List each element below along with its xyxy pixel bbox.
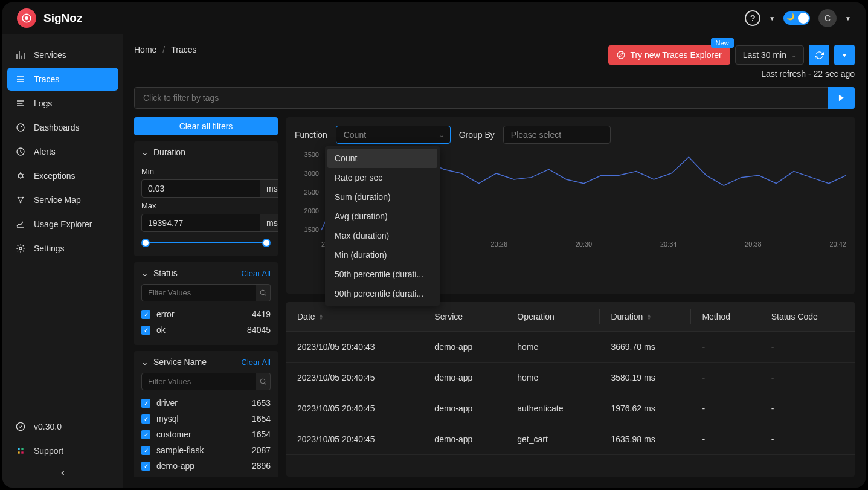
chevron-down-icon[interactable]: ▼ <box>769 15 775 22</box>
version-label: v0.30.0 <box>34 422 62 431</box>
section-header-status[interactable]: ⌄ Status Clear All <box>134 262 278 284</box>
search-icon[interactable] <box>256 284 271 301</box>
support-label: Support <box>34 446 63 456</box>
checkbox-icon[interactable]: ✓ <box>141 414 150 424</box>
sidebar-item-usage-explorer[interactable]: Usage Explorer <box>7 213 118 236</box>
table-row[interactable]: 2023/10/05 20:40:45demo-appget_cart1635.… <box>286 424 855 455</box>
table-cell: get_cart <box>506 424 600 455</box>
table-header-status-code[interactable]: Status Code <box>760 302 855 332</box>
function-select[interactable]: Count ⌄ <box>336 126 451 144</box>
sidebar-item-exceptions[interactable]: Exceptions <box>7 164 118 187</box>
sidebar-item-logs[interactable]: Logs <box>7 92 118 115</box>
refresh-options-button[interactable]: ▼ <box>834 45 855 65</box>
groupby-select[interactable]: Please select <box>503 126 611 144</box>
svg-point-8 <box>19 247 22 250</box>
filter-value-row[interactable]: ✓customer1654 <box>141 427 271 442</box>
section-header-service[interactable]: ⌄ Service Name Clear All <box>134 351 278 373</box>
dropdown-item[interactable]: Max (duration) <box>327 226 437 245</box>
filter-value-row[interactable]: ✓error4419 <box>141 306 271 322</box>
slack-icon <box>16 446 25 456</box>
sidebar-version[interactable]: v0.30.0 <box>7 415 118 438</box>
dropdown-item[interactable]: Avg (duration) <box>327 207 437 226</box>
clear-service-link[interactable]: Clear All <box>242 358 271 367</box>
chart-line-icon <box>16 219 25 229</box>
search-icon[interactable] <box>256 373 271 390</box>
duration-min-input[interactable] <box>141 179 260 198</box>
table-header-operation[interactable]: Operation <box>506 302 600 332</box>
checkbox-icon[interactable]: ✓ <box>141 462 150 471</box>
table-cell: - <box>691 332 760 363</box>
checkbox-icon[interactable]: ✓ <box>141 326 150 335</box>
checkbox-icon[interactable]: ✓ <box>141 399 150 408</box>
try-new-explorer-button[interactable]: Try new Traces Explorer New <box>608 45 730 65</box>
checkbox-icon[interactable]: ✓ <box>141 430 150 439</box>
breadcrumb-home[interactable]: Home <box>134 45 156 54</box>
table-row[interactable]: 2023/10/05 20:40:45demo-apphome3580.19 m… <box>286 363 855 393</box>
chevron-left-icon <box>59 469 66 477</box>
brand-name: SigNoz <box>43 11 82 25</box>
status-filter-search[interactable] <box>141 284 256 301</box>
lines-icon <box>16 98 25 108</box>
x-tick: 20:26 <box>490 240 507 248</box>
unit-label: ms <box>260 179 278 198</box>
svg-rect-10 <box>18 448 19 450</box>
dropdown-item[interactable]: Sum (duration) <box>327 187 437 207</box>
collapse-sidebar-button[interactable] <box>7 463 118 483</box>
tag-filter-input[interactable] <box>134 87 828 109</box>
groupby-placeholder: Please select <box>511 130 561 140</box>
filter-value-count: 84045 <box>247 325 271 335</box>
table-header-service[interactable]: Service <box>423 302 506 332</box>
table-cell: 1976.62 ms <box>600 393 691 424</box>
avatar[interactable]: C <box>818 9 837 27</box>
svg-point-15 <box>260 290 265 295</box>
checkbox-icon[interactable]: ✓ <box>141 446 150 455</box>
refresh-icon <box>815 51 824 60</box>
table-header-duration[interactable]: Duration▲▼ <box>600 302 691 332</box>
table-cell: home <box>506 332 600 363</box>
sidebar-item-label: Logs <box>34 98 52 108</box>
gauge-icon <box>16 123 25 132</box>
table-row[interactable]: 2023/10/05 20:40:43demo-apphome3669.70 m… <box>286 332 855 363</box>
checkbox-icon[interactable]: ✓ <box>141 310 150 319</box>
sidebar-item-service-map[interactable]: Service Map <box>7 189 118 211</box>
section-header-duration[interactable]: ⌄ Duration <box>134 141 278 163</box>
run-query-button[interactable] <box>828 87 855 109</box>
filter-value-row[interactable]: ✓sample-flask2087 <box>141 442 271 458</box>
filter-value-row[interactable]: ✓demo-app2896 <box>141 458 271 474</box>
slider-handle-min[interactable] <box>141 239 150 247</box>
sidebar-item-services[interactable]: Services <box>7 44 118 66</box>
time-range-selector[interactable]: Last 30 min ⌄ <box>735 45 804 65</box>
sidebar-item-label: Settings <box>34 243 65 253</box>
filter-value-row[interactable]: ✓driver1653 <box>141 395 271 411</box>
table-header-date[interactable]: Date▲▼ <box>286 302 423 332</box>
dropdown-item[interactable]: 50th percentile (durati... <box>327 265 437 284</box>
chevron-down-icon[interactable]: ▼ <box>845 15 851 22</box>
dropdown-item[interactable]: 90th percentile (durati... <box>327 284 437 303</box>
dropdown-item[interactable]: Min (duration) <box>327 245 437 265</box>
table-header-method[interactable]: Method <box>691 302 760 332</box>
duration-max-input[interactable] <box>141 214 260 232</box>
filter-value-row[interactable]: ✓ok84045 <box>141 322 271 338</box>
slider-handle-max[interactable] <box>262 239 271 247</box>
sidebar-item-dashboards[interactable]: Dashboards <box>7 116 118 139</box>
clear-all-filters-button[interactable]: Clear all filters <box>134 117 278 135</box>
table-cell: - <box>691 424 760 455</box>
filter-panel: Clear all filters ⌄ Duration Min <box>134 117 278 477</box>
logo-icon <box>17 8 36 28</box>
filter-value-count: 1654 <box>252 414 271 424</box>
theme-toggle[interactable] <box>783 11 810 25</box>
sidebar-item-alerts[interactable]: Alerts <box>7 140 118 163</box>
dropdown-item[interactable]: Count <box>327 149 437 168</box>
service-filter-search[interactable] <box>141 373 256 390</box>
table-row[interactable]: 2023/10/05 20:40:45demo-appauthenticate1… <box>286 393 855 424</box>
clear-status-link[interactable]: Clear All <box>242 269 271 278</box>
help-icon[interactable]: ? <box>745 10 760 26</box>
logo[interactable]: SigNoz <box>17 8 82 28</box>
sidebar-item-settings[interactable]: Settings <box>7 237 118 260</box>
sidebar-support[interactable]: Support <box>7 439 118 462</box>
duration-slider[interactable] <box>144 240 268 245</box>
filter-value-row[interactable]: ✓mysql1654 <box>141 411 271 427</box>
refresh-button[interactable] <box>809 45 829 65</box>
dropdown-item[interactable]: Rate per sec <box>327 168 437 187</box>
sidebar-item-traces[interactable]: Traces <box>7 68 118 91</box>
